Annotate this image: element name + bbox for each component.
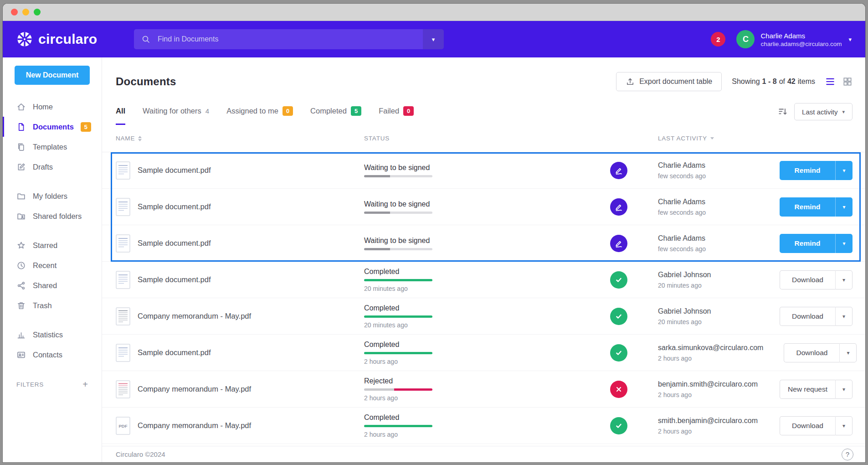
status-progress-bar [364, 279, 432, 281]
sidebar-item-my-folders[interactable]: My folders [3, 186, 102, 206]
remind-button[interactable]: Remind [780, 197, 835, 217]
sidebar-item-statistics[interactable]: Statistics [3, 325, 102, 345]
row-action-dropdown[interactable]: ▾ [835, 307, 853, 326]
sidebar-item-shared[interactable]: Shared [3, 275, 102, 295]
tab-failed[interactable]: Failed0 [379, 98, 414, 125]
document-icon [116, 271, 130, 289]
activity-time: 2 hours ago [658, 391, 759, 398]
download-button[interactable]: Download [780, 307, 835, 326]
new-request-button[interactable]: New request [780, 380, 835, 399]
document-icon [116, 161, 130, 180]
column-header-last-activity[interactable]: LAST ACTIVITY [658, 135, 759, 142]
user-menu[interactable]: C Charlie Adams charlie.adams@circularo.… [736, 30, 852, 48]
brand-logo[interactable]: circularo [16, 31, 122, 47]
row-action-dropdown[interactable]: ▾ [835, 234, 853, 253]
table-row[interactable]: Company memorandum - May.pdf Rejected 2 … [102, 371, 865, 408]
export-document-table-button[interactable]: Export document table [616, 72, 722, 91]
user-identity: Charlie Adams charlie.adams@circularo.co… [760, 31, 842, 47]
sidebar-item-shared-folders[interactable]: Shared folders [3, 206, 102, 226]
column-header-name[interactable]: NAME [116, 135, 364, 142]
table-row[interactable]: Company memorandum - May.pdf Completed 2… [102, 298, 865, 335]
zoom-window-button[interactable] [34, 9, 41, 16]
status-progress-bar [364, 175, 432, 177]
sidebar-item-label: Recent [33, 261, 56, 270]
activity-actor: Charlie Adams [658, 198, 759, 206]
activity-actor: sarka.simunkova@circularo.com [658, 344, 763, 352]
status-progress-bar [364, 425, 432, 427]
activity-actor: Charlie Adams [658, 234, 759, 243]
document-name: Sample document.pdf [138, 239, 211, 248]
sidebar-item-contacts[interactable]: Contacts [3, 345, 102, 365]
sort-by-dropdown[interactable]: Last activity ▾ [794, 103, 853, 120]
table-row[interactable]: PDF Company memorandum - May.pdf Complet… [102, 408, 865, 444]
activity-actor: Gabriel Johnson [658, 271, 759, 279]
close-window-button[interactable] [11, 9, 18, 16]
chevron-down-icon: ▾ [842, 109, 845, 115]
sidebar-item-documents[interactable]: Documents5 [3, 117, 102, 137]
sidebar-item-drafts[interactable]: Drafts [3, 157, 102, 177]
table-row[interactable]: Sample document.pdf Completed 20 minutes… [102, 262, 865, 298]
sidebar-item-badge: 5 [81, 122, 91, 132]
sidebar-group: StatisticsContacts [3, 325, 102, 365]
minimize-window-button[interactable] [22, 9, 29, 16]
add-filter-button[interactable]: + [80, 379, 91, 389]
cross-icon [610, 381, 627, 398]
sort-icon[interactable] [778, 107, 788, 117]
row-action-dropdown[interactable]: ▾ [835, 270, 853, 289]
column-header-status[interactable]: STATUS [364, 135, 610, 142]
tab-count-badge: 0 [403, 106, 414, 116]
content-area: Documents Export document table Showing … [102, 57, 865, 462]
sidebar-item-label: Templates [33, 143, 67, 151]
sidebar-item-label: Starred [33, 241, 57, 250]
sidebar-item-label: Shared folders [33, 212, 82, 221]
table-row[interactable]: Sample document.pdf Completed 2 hours ag… [102, 335, 865, 371]
search-input[interactable] [157, 35, 423, 44]
download-button[interactable]: Download [780, 270, 835, 289]
document-icon [116, 380, 130, 398]
grid-view-button[interactable] [842, 77, 853, 87]
copyright-text: Circularo ©2024 [116, 450, 165, 458]
drafts-icon [16, 162, 26, 172]
filters-label: FILTERS [16, 381, 44, 388]
chevron-down-icon: ▾ [432, 36, 435, 43]
tab-waiting-for-others[interactable]: Waiting for others4 [143, 98, 209, 125]
download-button[interactable]: Download [780, 416, 835, 435]
row-action-dropdown[interactable]: ▾ [839, 343, 857, 362]
search-scope-dropdown[interactable]: ▾ [423, 29, 444, 49]
table-row[interactable]: Sample document.pdf Waiting to be signed… [102, 152, 865, 189]
row-action-group: Download ▾ [780, 416, 853, 435]
tab-completed[interactable]: Completed5 [310, 98, 361, 125]
tab-assigned-to-me[interactable]: Assigned to me0 [226, 98, 293, 125]
sidebar-item-home[interactable]: Home [3, 97, 102, 117]
document-name: Company memorandum - May.pdf [138, 421, 251, 430]
sidebar-item-starred[interactable]: Starred [3, 235, 102, 255]
folder-shared-icon [16, 212, 26, 221]
sidebar-item-recent[interactable]: Recent [3, 255, 102, 275]
activity-time: few seconds ago [658, 245, 759, 253]
table-row[interactable]: Sample document.pdf Waiting to be signed… [102, 225, 865, 262]
row-action-dropdown[interactable]: ▾ [835, 416, 853, 435]
new-document-button[interactable]: New Document [15, 66, 90, 85]
tab-all[interactable]: All [116, 98, 125, 125]
row-action-dropdown[interactable]: ▾ [835, 197, 853, 217]
remind-button[interactable]: Remind [780, 161, 835, 180]
sort-arrows-icon [138, 136, 142, 141]
help-button[interactable]: ? [842, 449, 853, 460]
remind-button[interactable]: Remind [780, 234, 835, 253]
table-row[interactable]: Sample document.pdf Waiting to be signed… [102, 189, 865, 225]
clock-icon [16, 261, 26, 270]
download-button[interactable]: Download [784, 343, 839, 362]
filters-section: FILTERS + [3, 379, 102, 389]
status-time: 20 minutes ago [364, 321, 610, 329]
stats-icon [16, 330, 26, 340]
sidebar-item-templates[interactable]: Templates [3, 137, 102, 157]
row-action-dropdown[interactable]: ▾ [835, 380, 853, 399]
list-view-button[interactable] [825, 77, 835, 87]
tabs-row: AllWaiting for others4Assigned to me0Com… [102, 98, 865, 125]
window-titlebar [3, 4, 865, 21]
status-text: Rejected [364, 377, 610, 385]
sidebar-item-trash[interactable]: Trash [3, 295, 102, 315]
notification-badge[interactable]: 2 [711, 32, 725, 46]
row-action-dropdown[interactable]: ▾ [835, 161, 853, 180]
document-name: Sample document.pdf [138, 348, 211, 357]
